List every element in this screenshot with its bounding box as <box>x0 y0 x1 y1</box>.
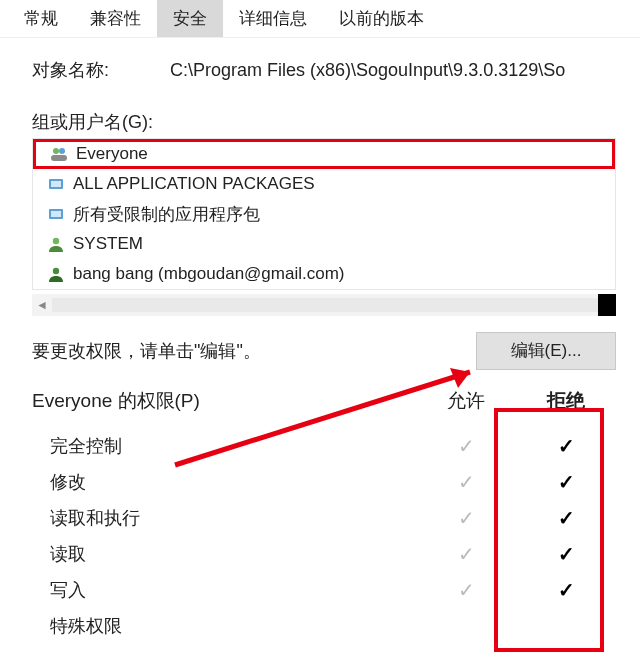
perm-name: 读取 <box>32 542 352 566</box>
permissions-table: 完全控制 ✓ ✓ 修改 ✓ ✓ 读取和执行 ✓ ✓ 读取 ✓ ✓ 写入 ✓ <box>32 428 616 644</box>
allow-cell[interactable]: ✓ <box>416 578 516 602</box>
list-hscrollbar[interactable]: ◄ <box>32 294 616 316</box>
list-item[interactable]: ALL APPLICATION PACKAGES <box>33 169 615 199</box>
object-name-label: 对象名称: <box>32 58 170 82</box>
perm-row: 读取和执行 ✓ ✓ <box>32 500 616 536</box>
perm-name: 特殊权限 <box>32 614 352 638</box>
deny-cell[interactable]: ✓ <box>516 578 616 602</box>
tab-previous[interactable]: 以前的版本 <box>323 0 440 37</box>
list-item[interactable]: 所有受限制的应用程序包 <box>33 199 615 229</box>
edit-button[interactable]: 编辑(E)... <box>476 332 616 370</box>
perm-row: 修改 ✓ ✓ <box>32 464 616 500</box>
allow-cell[interactable]: ✓ <box>416 542 516 566</box>
tabstrip: 常规 兼容性 安全 详细信息 以前的版本 <box>0 0 640 38</box>
tab-compat[interactable]: 兼容性 <box>74 0 157 37</box>
perm-name: 修改 <box>32 470 352 494</box>
properties-security-panel: 常规 兼容性 安全 详细信息 以前的版本 对象名称: C:\Program Fi… <box>0 0 640 663</box>
deny-cell[interactable]: ✓ <box>516 470 616 494</box>
allow-cell[interactable]: ✓ <box>416 470 516 494</box>
list-item-label: Everyone <box>76 144 148 164</box>
svg-point-1 <box>59 148 65 154</box>
permissions-header: Everyone 的权限(P) 允许 拒绝 <box>32 388 616 414</box>
svg-point-7 <box>53 238 59 244</box>
group-user-list[interactable]: Everyone ALL APPLICATION PACKAGES 所有受限制的… <box>32 138 616 290</box>
user-icon <box>45 236 67 252</box>
list-item-label: SYSTEM <box>73 234 143 254</box>
deny-cell[interactable]: ✓ <box>516 542 616 566</box>
perm-row: 特殊权限 <box>32 608 616 644</box>
svg-rect-2 <box>51 155 67 161</box>
col-deny: 拒绝 <box>516 388 616 414</box>
user-icon <box>45 266 67 282</box>
scroll-end-block <box>598 294 616 316</box>
tab-general[interactable]: 常规 <box>8 0 74 37</box>
deny-cell[interactable]: ✓ <box>516 434 616 458</box>
perm-name: 完全控制 <box>32 434 352 458</box>
perm-row: 完全控制 ✓ ✓ <box>32 428 616 464</box>
list-item-label: ALL APPLICATION PACKAGES <box>73 174 315 194</box>
package-icon <box>45 206 67 222</box>
list-item[interactable]: Everyone <box>33 139 615 169</box>
tab-security[interactable]: 安全 <box>157 0 223 37</box>
svg-rect-4 <box>51 181 61 187</box>
deny-cell[interactable]: ✓ <box>516 506 616 530</box>
list-item[interactable]: bang bang (mbgoudan@gmail.com) <box>33 259 615 289</box>
svg-rect-6 <box>51 211 61 217</box>
col-allow: 允许 <box>416 388 516 414</box>
object-name-value: C:\Program Files (x86)\SogouInput\9.3.0.… <box>170 60 616 81</box>
perm-row: 写入 ✓ ✓ <box>32 572 616 608</box>
allow-cell[interactable]: ✓ <box>416 434 516 458</box>
svg-point-8 <box>53 268 59 274</box>
groups-label: 组或用户名(G): <box>32 110 616 134</box>
perm-name: 写入 <box>32 578 352 602</box>
package-icon <box>45 176 67 192</box>
permissions-label: Everyone 的权限(P) <box>32 388 200 414</box>
edit-hint: 要更改权限，请单击"编辑"。 <box>32 339 476 363</box>
scroll-left-icon[interactable]: ◄ <box>32 298 52 312</box>
list-item[interactable]: SYSTEM <box>33 229 615 259</box>
svg-point-0 <box>53 148 59 154</box>
object-name-row: 对象名称: C:\Program Files (x86)\SogouInput\… <box>32 58 616 82</box>
perm-row: 读取 ✓ ✓ <box>32 536 616 572</box>
allow-cell[interactable]: ✓ <box>416 506 516 530</box>
perm-name: 读取和执行 <box>32 506 352 530</box>
tab-details[interactable]: 详细信息 <box>223 0 323 37</box>
scroll-track[interactable] <box>52 298 598 312</box>
list-item-label: bang bang (mbgoudan@gmail.com) <box>73 264 344 284</box>
list-item-label: 所有受限制的应用程序包 <box>73 203 260 226</box>
users-icon <box>48 146 70 162</box>
